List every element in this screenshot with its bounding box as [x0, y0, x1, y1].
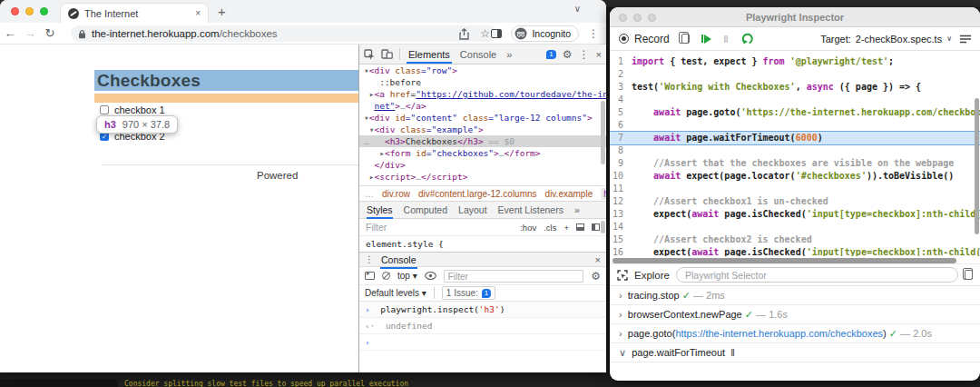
- device-toolbar-icon[interactable]: [381, 49, 393, 59]
- bookmark-star-icon[interactable]: ☆: [480, 28, 490, 39]
- target-selector[interactable]: Target: 2-checkBox.spec.ts ∨: [820, 34, 971, 45]
- forward-button[interactable]: →: [20, 26, 40, 40]
- playwright-inspector-window: Playwright Inspector Record ‖ Target: 2-…: [610, 7, 980, 381]
- devtools-more-tabs[interactable]: »: [505, 46, 514, 63]
- breadcrumb-item[interactable]: div#content.large-12.columns: [418, 189, 537, 199]
- computed-sidebar-icon[interactable]: [592, 223, 600, 231]
- close-window-button[interactable]: [619, 14, 627, 22]
- live-expression-eye-icon[interactable]: [425, 272, 436, 280]
- console-levels-row: Default levels ▾ 1 Issue:1: [359, 285, 606, 302]
- console-row: › playwright.inspect('h3'): [359, 302, 606, 318]
- issues-badge[interactable]: 1: [546, 50, 555, 59]
- copy-icon[interactable]: [681, 34, 690, 44]
- tree-node[interactable]: ::before: [364, 76, 606, 88]
- pause-button[interactable]: ‖: [723, 34, 729, 45]
- code-scrollbar-vertical[interactable]: [975, 98, 979, 234]
- breadcrumb-item[interactable]: h3: [601, 188, 606, 200]
- console-sidebar-icon[interactable]: [365, 272, 375, 280]
- zoom-window-button[interactable]: [40, 7, 48, 15]
- console-row: ‹· undefined: [359, 318, 606, 334]
- tree-node[interactable]: … <h3>Checkboxes</h3> == $0: [359, 135, 606, 147]
- explore-icon[interactable]: [617, 270, 628, 281]
- clear-console-icon[interactable]: [382, 272, 390, 280]
- devtools-settings-icon[interactable]: ⚙: [563, 49, 573, 60]
- inspector-window-controls[interactable]: [619, 14, 656, 22]
- devtools-close-icon[interactable]: ×: [596, 49, 602, 60]
- breadcrumb-item[interactable]: div.row: [382, 189, 410, 199]
- devtools-tab-console[interactable]: Console: [458, 46, 498, 63]
- log-row[interactable]: › tracing.stop ✓ — 2ms: [610, 286, 980, 305]
- console-filter-input[interactable]: Filter: [444, 270, 584, 283]
- code-scrollbar-horizontal[interactable]: [610, 256, 980, 264]
- console-drawer-tab[interactable]: Console: [380, 253, 417, 267]
- default-levels-dropdown[interactable]: Default levels ▾: [365, 288, 426, 298]
- record-icon[interactable]: [619, 34, 629, 44]
- tree-node[interactable]: </div>: [364, 159, 606, 171]
- devtools-menu-icon[interactable]: ⋮: [579, 48, 590, 61]
- tree-node[interactable]: </div>: [364, 183, 606, 185]
- incognito-icon: [514, 27, 527, 40]
- explore-label[interactable]: Explore: [634, 270, 670, 281]
- code-line: 15 //Assert checkbox2 is checked: [610, 233, 980, 246]
- tree-node[interactable]: net">…</a>: [364, 100, 606, 112]
- copy-selector-icon[interactable]: [965, 270, 973, 280]
- issues-counter-button[interactable]: 1 Issue:1: [442, 286, 495, 300]
- styles-tab[interactable]: »: [574, 202, 580, 218]
- address-bar[interactable]: the-internet.herokuapp.com/checkboxes ☆: [71, 25, 497, 42]
- reload-button[interactable]: ↻: [40, 26, 60, 40]
- drawer-menu-icon[interactable]: ⋮: [365, 254, 374, 264]
- console-context-select[interactable]: top ▾: [397, 271, 417, 281]
- share-icon[interactable]: [459, 28, 469, 40]
- tree-node[interactable]: ▾<div class="example">: [364, 124, 606, 135]
- log-row[interactable]: › page.goto(https://the-internet.herokua…: [610, 324, 980, 343]
- styles-tab[interactable]: Event Listeners: [498, 202, 564, 218]
- side-panel-icon[interactable]: [491, 29, 502, 38]
- back-button[interactable]: ←: [0, 26, 20, 40]
- resume-button[interactable]: [701, 35, 712, 44]
- console-drawer-close-icon[interactable]: ×: [595, 254, 601, 265]
- rendering-toggle-icon[interactable]: [576, 223, 584, 231]
- new-style-rule-button[interactable]: +: [564, 223, 569, 233]
- code-line: 6: [610, 119, 980, 132]
- class-toggle-button[interactable]: .cls: [544, 223, 556, 233]
- tab-search-chevron-icon[interactable]: ∨: [574, 4, 581, 14]
- checkbox1[interactable]: [100, 105, 109, 114]
- scrollbar-thumb[interactable]: [612, 258, 956, 263]
- styles-tab[interactable]: Computed: [404, 202, 447, 218]
- zoom-window-button[interactable]: [648, 14, 656, 22]
- log-row[interactable]: › browserContext.newPage ✓ — 1.6s: [610, 305, 980, 324]
- elements-scrollbar[interactable]: [601, 101, 605, 164]
- tree-node[interactable]: ▸<script>…</script>: [364, 171, 606, 183]
- close-window-button[interactable]: [11, 7, 19, 15]
- browser-tab[interactable]: The Internet ×: [60, 3, 209, 23]
- hover-state-button[interactable]: :hov: [520, 223, 536, 233]
- tree-node[interactable]: ▾<div class="row">: [364, 64, 606, 76]
- styles-tab[interactable]: Styles: [367, 202, 393, 218]
- devtools-tab-elements[interactable]: Elements: [407, 46, 452, 63]
- styles-tab[interactable]: Layout: [458, 202, 487, 218]
- element-style-rule[interactable]: element.style {: [359, 236, 606, 252]
- log-row[interactable]: ∨ page.waitForTimeout ‖: [610, 343, 980, 362]
- source-list-icon[interactable]: [960, 35, 971, 44]
- styles-filter-input[interactable]: Filter: [366, 222, 513, 233]
- breadcrumb-item[interactable]: div.example: [545, 189, 593, 199]
- console-row: ›: [359, 334, 606, 351]
- browser-menu-icon[interactable]: ⋮: [588, 27, 599, 40]
- code-line: 13 expect(await page.isChecked('input[ty…: [610, 208, 980, 221]
- window-controls[interactable]: [11, 7, 48, 15]
- record-label[interactable]: Record: [634, 33, 670, 45]
- tree-node[interactable]: ▾<div id="content" class="large-12 colum…: [364, 112, 606, 124]
- tree-node[interactable]: ▸<a href="https://github.com/tourdedave/…: [364, 88, 606, 100]
- minimize-window-button[interactable]: [25, 7, 34, 15]
- code-line: 4: [610, 94, 980, 106]
- console-settings-icon[interactable]: ⚙: [591, 271, 601, 282]
- playwright-selector-input[interactable]: Playwright Selector: [676, 267, 958, 283]
- code-line: 2: [610, 68, 980, 81]
- styles-scrollbar[interactable]: [601, 221, 605, 233]
- step-over-icon[interactable]: [741, 33, 755, 45]
- new-tab-button[interactable]: +: [218, 4, 226, 19]
- tab-close-icon[interactable]: ×: [195, 9, 201, 18]
- minimize-window-button[interactable]: [633, 14, 642, 22]
- inspect-element-icon[interactable]: [364, 49, 375, 60]
- tree-node[interactable]: ▸<form id="checkboxes">…</form>: [364, 147, 606, 159]
